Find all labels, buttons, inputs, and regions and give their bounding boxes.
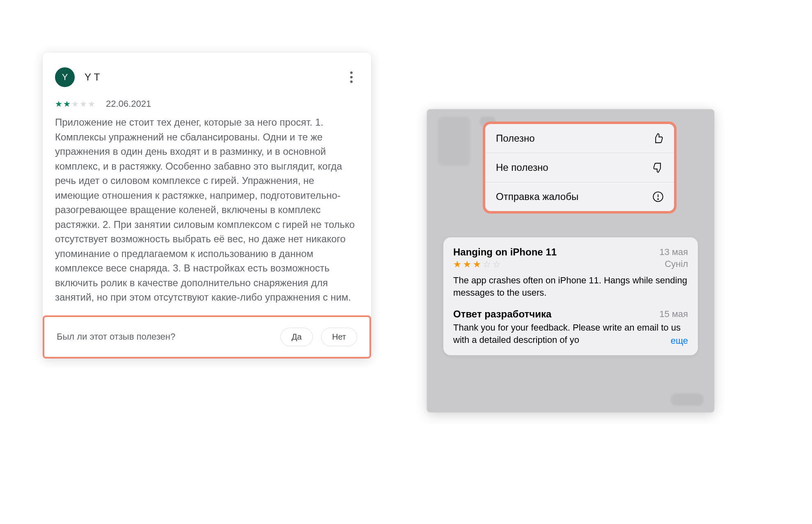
review-body: The app crashes often on iPhone 11. Hang…: [453, 269, 688, 299]
svg-point-2: [658, 199, 658, 200]
helpful-no-button[interactable]: Нет: [321, 328, 357, 346]
review-title: Hanging on iPhone 11: [453, 246, 557, 258]
star-filled-icon: ★: [55, 100, 62, 108]
review-header: Y Y T: [55, 65, 359, 99]
app-store-panel: Полезно Не полезно Отправка жалобы Hang: [427, 109, 714, 412]
star-filled-icon: ☆★: [453, 260, 462, 269]
menu-item-label: Полезно: [496, 133, 535, 144]
review-date: 22.06.2021: [106, 99, 151, 109]
star-empty-icon: ☆★: [493, 260, 502, 269]
background-blur: [438, 117, 470, 166]
star-empty-icon: ★: [80, 100, 87, 108]
app-store-review-card[interactable]: Hanging on iPhone 11 13 мая ☆★☆★☆★☆★☆★ С…: [443, 237, 698, 355]
star-filled-icon: ☆★: [473, 260, 482, 269]
star-empty-icon: ★: [88, 100, 95, 108]
menu-item-label: Не полезно: [496, 162, 548, 173]
more-options-button[interactable]: [344, 70, 359, 85]
thumbs-up-icon: [652, 132, 664, 145]
show-more-link[interactable]: еще: [654, 336, 688, 346]
menu-item-label: Отправка жалобы: [496, 191, 578, 202]
kebab-dot-icon: [350, 80, 353, 83]
menu-item-helpful[interactable]: Полезно: [485, 124, 674, 153]
star-empty-icon: ★: [71, 100, 79, 108]
menu-item-not-helpful[interactable]: Не полезно: [485, 153, 674, 182]
highlight-box: Полезно Не полезно Отправка жалобы: [483, 122, 677, 214]
highlight-box: Был ли этот отзыв полезен? Да Нет: [43, 315, 371, 359]
developer-response-title: Ответ разработчика: [453, 308, 551, 320]
star-filled-icon: ☆★: [463, 260, 472, 269]
menu-item-report[interactable]: Отправка жалобы: [485, 182, 674, 211]
google-play-review-card: Y Y T ★★★★★ 22.06.2021 Приложение не сто…: [43, 53, 371, 359]
developer-response-body: Thank you for your feedback. Please writ…: [453, 320, 688, 347]
helpful-yes-button[interactable]: Да: [280, 328, 313, 346]
star-rating: ☆★☆★☆★☆★☆★: [453, 259, 502, 269]
review-date: 13 мая: [659, 247, 688, 257]
avatar: Y: [55, 67, 75, 87]
reviewer-name: Y T: [85, 71, 100, 83]
star-filled-icon: ★: [63, 100, 71, 108]
context-menu: Полезно Не полезно Отправка жалобы: [485, 124, 674, 211]
kebab-dot-icon: [350, 76, 353, 78]
star-empty-icon: ☆★: [483, 260, 492, 269]
helpful-section: Был ли этот отзыв полезен? Да Нет: [43, 315, 371, 359]
thumbs-down-icon: [652, 161, 664, 174]
alert-circle-icon: [652, 191, 664, 203]
developer-response-date: 15 мая: [659, 309, 688, 319]
kebab-dot-icon: [350, 71, 353, 74]
review-body: Приложение не стоит тех денег, которые з…: [55, 115, 359, 315]
review-author: Суніл: [665, 259, 688, 269]
rating-line: ★★★★★ 22.06.2021: [55, 99, 359, 115]
helpful-question: Был ли этот отзыв полезен?: [57, 331, 272, 342]
star-rating: ★★★★★: [55, 100, 95, 108]
background-blur: [671, 393, 704, 406]
